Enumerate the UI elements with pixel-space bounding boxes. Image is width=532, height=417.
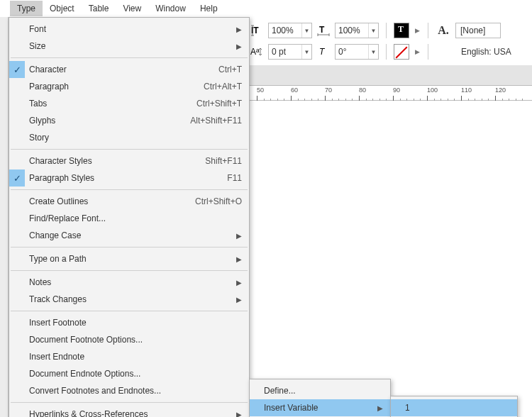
stroke-swatch[interactable]	[394, 44, 409, 60]
character-style-combo[interactable]: [None]	[455, 23, 501, 38]
svg-text:T: T	[319, 47, 326, 57]
vertical-scale-icon: IT	[250, 23, 264, 38]
menu-item-label: Change Case	[29, 230, 229, 240]
menu-item-label: Define...	[264, 386, 383, 396]
document-canvas[interactable]	[250, 101, 532, 417]
menu-table[interactable]: Table	[82, 1, 116, 16]
type-menu-change-case[interactable]: Change Case▶	[9, 227, 249, 244]
type-menu-paragraph[interactable]: ParagraphCtrl+Alt+T	[9, 78, 249, 95]
type-menu-find-replace-font[interactable]: Find/Replace Font...	[9, 210, 249, 227]
type-menu-insert-endnote: Insert Endnote	[9, 348, 249, 365]
type-menu-create-outlines: Create OutlinesCtrl+Shift+O	[9, 193, 249, 210]
menu-separator	[11, 270, 248, 271]
divider	[428, 44, 428, 60]
menu-separator	[11, 149, 248, 150]
insert-variable-submenu: 1	[390, 396, 518, 417]
menu-item-label: Hyperlinks & Cross-References	[29, 409, 229, 417]
menu-help[interactable]: Help	[193, 1, 225, 16]
menu-object[interactable]: Object	[43, 1, 82, 16]
horizontal-scale-icon: T	[316, 23, 331, 38]
menu-shortcut: Alt+Shift+F11	[190, 116, 242, 126]
baseline-shift-combo[interactable]: 0 pt ▼	[268, 44, 312, 60]
menu-item-label: Insert Variable	[264, 403, 370, 413]
menu-shortcut: Shift+F11	[205, 156, 242, 166]
skew-combo[interactable]: 0° ▼	[335, 44, 379, 60]
menu-window[interactable]: Window	[148, 1, 193, 16]
type-menu-size[interactable]: Size▶	[9, 38, 249, 55]
type-menu-notes[interactable]: Notes▶	[9, 274, 249, 291]
panel-background	[250, 65, 532, 85]
menu-separator	[11, 402, 248, 403]
menu-item-label: Insert Endnote	[29, 352, 242, 362]
menu-item-label: Paragraph	[29, 82, 196, 91]
menu-item-label: Story	[29, 133, 242, 143]
menu-item-label: Type on a Path	[29, 254, 229, 264]
type-menu-story[interactable]: Story	[9, 129, 249, 146]
divider	[386, 23, 387, 38]
submenu-arrow-icon: ▶	[370, 404, 383, 412]
type-menu-insert-footnote[interactable]: Insert Footnote	[9, 314, 249, 331]
submenu-arrow-icon: ▶	[229, 26, 242, 33]
menu-item-label: Character Styles	[29, 156, 198, 166]
menu-type[interactable]: Type	[10, 1, 43, 16]
skew-value: 0°	[336, 47, 368, 57]
type-menu-document-endnote-options[interactable]: Document Endnote Options...	[9, 365, 249, 382]
type-menu-type-on-a-path[interactable]: Type on a Path▶	[9, 250, 249, 267]
type-menu-character[interactable]: ✓CharacterCtrl+T	[9, 61, 249, 78]
skew-icon: T	[316, 45, 331, 59]
control-panel: IT 100% ▼ T 100% ▼ T ▶ A. [None] Aª 0 pt…	[250, 21, 532, 64]
menu-item-label: Font	[29, 24, 229, 34]
menu-item-label: Document Footnote Options...	[29, 335, 242, 345]
check-icon: ✓	[9, 61, 25, 78]
baseline-shift-icon: Aª	[250, 45, 264, 59]
fill-swatch[interactable]: T	[394, 23, 409, 38]
menu-item-label: Size	[29, 41, 229, 51]
type-menu-font[interactable]: Font▶	[9, 21, 249, 38]
chevron-right-icon[interactable]: ▶	[414, 45, 421, 59]
menu-item-label: Convert Footnotes and Endnotes...	[29, 386, 242, 396]
menu-shortcut: Ctrl+Alt+T	[204, 82, 242, 91]
submenu-arrow-icon: ▶	[229, 279, 242, 287]
menu-item-label: Notes	[29, 277, 229, 287]
textvar-menu-insert-variable[interactable]: Insert Variable▶	[250, 399, 390, 416]
vertical-scale-value: 100%	[269, 26, 301, 35]
chevron-down-icon: ▼	[301, 23, 311, 38]
chevron-right-icon[interactable]: ▶	[414, 23, 421, 38]
type-menu-glyphs[interactable]: GlyphsAlt+Shift+F11	[9, 112, 249, 129]
character-style-value: [None]	[460, 26, 485, 35]
type-menu-convert-footnotes-and-endnotes[interactable]: Convert Footnotes and Endnotes...	[9, 382, 249, 399]
insertvar-menu-1[interactable]: 1	[391, 399, 517, 416]
type-menu-hyperlinks-cross-references[interactable]: Hyperlinks & Cross-References▶	[9, 406, 249, 417]
type-menu-character-styles[interactable]: Character StylesShift+F11	[9, 152, 249, 169]
language-combo[interactable]: English: USA	[457, 44, 516, 60]
submenu-arrow-icon: ▶	[229, 43, 242, 50]
textvar-menu-define[interactable]: Define...	[250, 382, 390, 399]
horizontal-ruler[interactable]: 5060708090100110120	[250, 85, 532, 101]
text-variables-submenu: Define...Insert Variable▶	[249, 379, 391, 417]
menu-item-label: Document Endnote Options...	[29, 369, 242, 379]
menu-view[interactable]: View	[116, 1, 148, 16]
menu-item-label: Tabs	[29, 99, 189, 109]
submenu-arrow-icon: ▶	[229, 296, 242, 304]
type-menu-document-footnote-options[interactable]: Document Footnote Options...	[9, 331, 249, 348]
baseline-shift-value: 0 pt	[269, 47, 301, 57]
menu-item-label: Insert Footnote	[29, 318, 242, 328]
type-menu-tabs[interactable]: TabsCtrl+Shift+T	[9, 95, 249, 112]
menu-separator	[11, 247, 248, 248]
submenu-arrow-icon: ▶	[229, 232, 242, 240]
horizontal-scale-combo[interactable]: 100% ▼	[335, 23, 379, 38]
menu-item-label: 1	[405, 403, 510, 413]
menu-item-label: Character	[29, 65, 211, 74]
divider	[428, 23, 428, 38]
type-menu-dropdown: Font▶Size▶✓CharacterCtrl+TParagraphCtrl+…	[9, 17, 250, 417]
svg-text:Aª: Aª	[250, 47, 260, 57]
language-value: English: USA	[461, 47, 511, 57]
type-menu-paragraph-styles[interactable]: ✓Paragraph StylesF11	[9, 169, 249, 187]
vertical-scale-combo[interactable]: 100% ▼	[268, 23, 312, 38]
menu-shortcut: Ctrl+Shift+O	[195, 196, 242, 206]
menu-shortcut: Ctrl+Shift+T	[196, 99, 242, 109]
chevron-down-icon: ▼	[368, 23, 378, 38]
menu-separator	[11, 311, 248, 311]
type-menu-track-changes[interactable]: Track Changes▶	[9, 291, 249, 308]
divider	[386, 44, 387, 60]
